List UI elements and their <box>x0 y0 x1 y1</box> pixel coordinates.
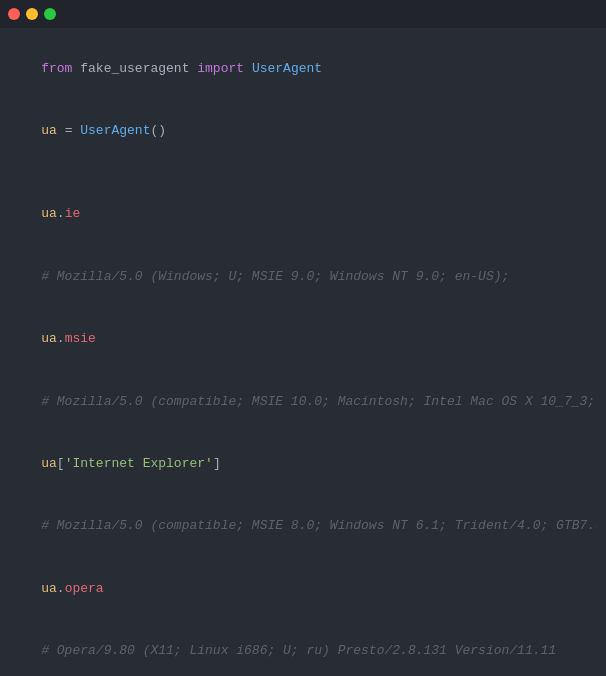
line-8: ua['Internet Explorer'] <box>10 433 596 495</box>
line-5: # Mozilla/5.0 (Windows; U; MSIE 9.0; Win… <box>10 246 596 308</box>
code-area: from fake_useragent import UserAgent ua … <box>0 28 606 676</box>
close-button[interactable] <box>8 8 20 20</box>
line-11: # Opera/9.80 (X11; Linux i686; U; ru) Pr… <box>10 620 596 676</box>
line-4: ua.ie <box>10 184 596 246</box>
maximize-button[interactable] <box>44 8 56 20</box>
line-6: ua.msie <box>10 308 596 370</box>
minimize-button[interactable] <box>26 8 38 20</box>
line-9: # Mozilla/5.0 (compatible; MSIE 8.0; Win… <box>10 496 596 558</box>
titlebar <box>0 0 606 28</box>
line-3 <box>10 163 596 184</box>
line-7: # Mozilla/5.0 (compatible; MSIE 10.0; Ma… <box>10 371 596 433</box>
line-10: ua.opera <box>10 558 596 620</box>
line-2: ua = UserAgent() <box>10 100 596 162</box>
line-1: from fake_useragent import UserAgent <box>10 38 596 100</box>
